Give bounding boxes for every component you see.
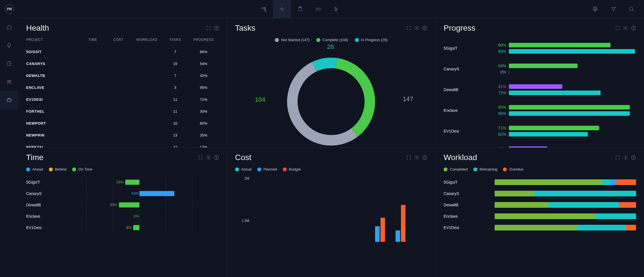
- svg-rect-9: [336, 9, 338, 10]
- progress-bar: 0%: [492, 70, 636, 74]
- health-row[interactable]: EV1DESI 11 71%: [26, 93, 219, 105]
- progress-row[interactable]: EV1Desi 71% 62%: [444, 121, 636, 141]
- legend-label: Planned: [264, 167, 277, 171]
- legend-item[interactable]: Behind: [49, 167, 66, 171]
- time-row[interactable]: Enclave 0%: [26, 211, 219, 222]
- progress-value: 54%: [492, 64, 506, 68]
- legend-item[interactable]: On Time: [72, 167, 92, 171]
- legend-item[interactable]: Ahead: [26, 167, 43, 171]
- time-row[interactable]: 5GigsIT 19%: [26, 177, 219, 188]
- print-icon[interactable]: [586, 0, 604, 18]
- legend-item[interactable]: Complete (104): [316, 38, 348, 42]
- help-icon[interactable]: [422, 155, 427, 160]
- tasks-count: 11: [162, 97, 188, 102]
- help-icon[interactable]: [422, 26, 427, 31]
- progress-row[interactable]: DewaltB 42% 72%: [444, 79, 636, 100]
- health-row[interactable]: DEWALTB 7 42%: [26, 70, 219, 81]
- overview-icon[interactable]: [255, 0, 273, 18]
- workload-segment: [548, 202, 619, 208]
- health-row[interactable]: PARKTAL 22 17%: [26, 141, 219, 148]
- legend-label: Ahead: [32, 167, 43, 171]
- legend-dot: [26, 167, 30, 171]
- health-row[interactable]: 5GIGSIT 7 80%: [26, 46, 219, 58]
- progress-pct: 95%: [188, 85, 219, 90]
- health-row[interactable]: ENCLAVE 3 95%: [26, 81, 219, 93]
- legend-item[interactable]: Not Started (147): [275, 38, 310, 42]
- sidebar-users-icon[interactable]: [0, 73, 18, 91]
- workload-segment: [626, 225, 636, 230]
- app-logo[interactable]: PM: [5, 4, 14, 14]
- project-name: Enclave: [444, 214, 495, 219]
- workload-row[interactable]: DewaltB: [444, 199, 636, 211]
- legend-dot: [355, 38, 359, 42]
- gear-icon[interactable]: [414, 155, 419, 160]
- expand-icon[interactable]: [206, 26, 211, 31]
- legend-dot: [283, 167, 287, 171]
- activity-icon[interactable]: [273, 0, 291, 18]
- gear-icon[interactable]: [206, 155, 211, 160]
- search-icon[interactable]: [622, 0, 641, 18]
- health-row[interactable]: NEWPRIN 13 35%: [26, 129, 219, 141]
- workload-row[interactable]: CanaryS: [444, 188, 636, 199]
- clipboard-icon[interactable]: [291, 0, 309, 18]
- workload-row[interactable]: EV1Desi: [444, 222, 636, 233]
- legend-label: Remaining: [480, 167, 497, 171]
- sidebar: [0, 18, 18, 277]
- legend-item[interactable]: Completed: [444, 167, 468, 171]
- time-value: 9%: [126, 225, 131, 230]
- time-row[interactable]: DewaltB 30%: [26, 199, 219, 211]
- flow-icon[interactable]: [327, 0, 346, 18]
- legend-item[interactable]: In Progress (26): [355, 38, 388, 42]
- health-row[interactable]: FORTHEL 11 30%: [26, 105, 219, 117]
- help-icon[interactable]: [631, 155, 636, 160]
- time-row[interactable]: CanaryS 54%: [26, 188, 219, 199]
- legend-dot: [257, 167, 261, 171]
- filter-icon[interactable]: [604, 0, 622, 18]
- sidebar-briefcase-icon[interactable]: [0, 91, 18, 109]
- svg-point-25: [216, 29, 216, 30]
- time-row[interactable]: EV1Desi 9%: [26, 222, 219, 233]
- legend-item[interactable]: Actual: [235, 167, 252, 171]
- progress-value: 72%: [492, 91, 506, 95]
- progress-row[interactable]: CanaryS 54% 0%: [444, 58, 636, 79]
- legend-item[interactable]: Budget: [283, 167, 301, 171]
- progress-value: 95%: [492, 111, 506, 116]
- legend-item[interactable]: Planned: [257, 167, 277, 171]
- legend-item[interactable]: Overdue: [503, 167, 523, 171]
- project-name: CanaryS: [26, 191, 60, 196]
- health-row[interactable]: CANARYS 19 54%: [26, 58, 219, 70]
- expand-icon[interactable]: [406, 26, 411, 31]
- legend-dot: [235, 167, 239, 171]
- workload-row[interactable]: Enclave: [444, 211, 636, 222]
- topbar-center: [14, 0, 586, 18]
- gear-icon[interactable]: [414, 26, 419, 31]
- expand-icon[interactable]: [406, 155, 411, 160]
- gear-icon[interactable]: [623, 26, 628, 31]
- progress-row[interactable]: FortheL 30% 0%: [444, 141, 636, 148]
- progress-row[interactable]: 5GigsIT 80% 99%: [444, 38, 636, 58]
- expand-icon[interactable]: [615, 155, 620, 160]
- sidebar-home-icon[interactable]: [0, 18, 18, 36]
- workload-row[interactable]: 5GigsIT: [444, 177, 636, 188]
- progress-pct: 71%: [188, 97, 219, 102]
- gear-icon[interactable]: [623, 155, 628, 160]
- legend-label: Complete (104): [323, 38, 348, 42]
- expand-icon[interactable]: [615, 26, 620, 31]
- svg-point-38: [625, 157, 626, 158]
- help-icon[interactable]: [214, 26, 219, 31]
- sidebar-bell-icon[interactable]: [0, 36, 18, 54]
- legend-item[interactable]: Remaining: [473, 167, 497, 171]
- project-name: DEWALTB: [26, 74, 80, 78]
- progress-row[interactable]: Enclave 95% 95%: [444, 100, 636, 121]
- workload-segment: [610, 179, 616, 185]
- health-row[interactable]: NEWPORT 10 60%: [26, 117, 219, 129]
- workload-segment: [616, 179, 636, 185]
- help-icon[interactable]: [631, 26, 636, 31]
- expand-icon[interactable]: [198, 155, 203, 160]
- card-icon[interactable]: [309, 0, 327, 18]
- help-icon[interactable]: [214, 155, 219, 160]
- sidebar-clock-icon[interactable]: [0, 54, 18, 73]
- progress-pct: 17%: [188, 145, 219, 148]
- project-name: EV1Desi: [26, 225, 60, 230]
- bar-planned: [396, 230, 400, 242]
